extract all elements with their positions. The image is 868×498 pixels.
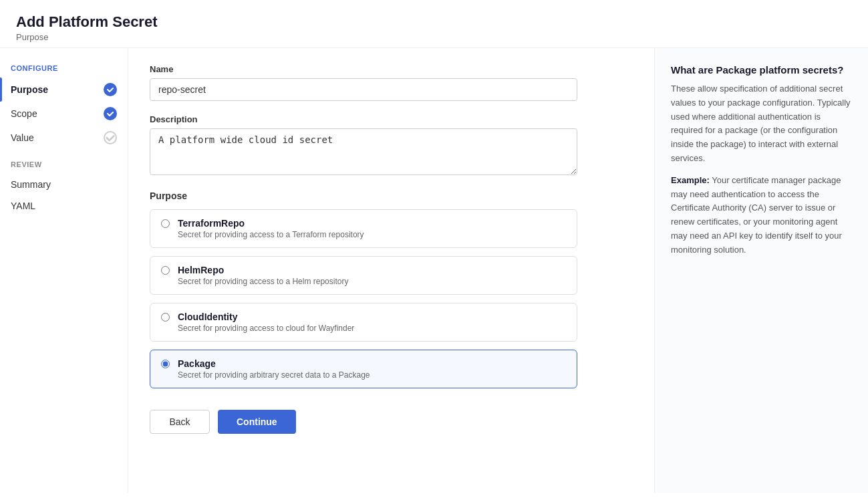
page-subtitle: Purpose — [16, 32, 852, 42]
purpose-check-icon — [104, 83, 117, 96]
package-desc: Secret for providing arbitrary secret da… — [178, 370, 370, 380]
right-panel: What are Package platform secrets? These… — [654, 48, 868, 493]
example-text: Your certificate manager package may nee… — [671, 175, 842, 255]
purpose-options: TerraformRepo Secret for providing acces… — [150, 209, 577, 388]
configure-section-label: CONFIGURE — [0, 64, 128, 78]
sidebar-item-summary-label: Summary — [11, 179, 51, 190]
example-label: Example: — [671, 175, 710, 185]
value-check-icon — [104, 131, 117, 144]
description-label: Description — [150, 114, 633, 124]
package-radio[interactable] — [161, 360, 170, 368]
back-button[interactable]: Back — [150, 410, 210, 434]
main-content: Name Description A platform wide cloud i… — [128, 48, 654, 493]
purpose-option-cloud-identity[interactable]: CloudIdentity Secret for providing acces… — [150, 303, 577, 342]
package-title: Package — [178, 358, 370, 369]
cloud-identity-title: CloudIdentity — [178, 312, 354, 322]
cloud-identity-radio[interactable] — [161, 313, 170, 322]
terraform-repo-text: TerraformRepo Secret for providing acces… — [178, 218, 364, 239]
main-layout: CONFIGURE Purpose Scope Value — [0, 48, 868, 493]
purpose-option-package[interactable]: Package Secret for providing arbitrary s… — [150, 350, 577, 388]
helm-repo-text: HelmRepo Secret for providing access to … — [178, 265, 348, 286]
helm-repo-radio[interactable] — [161, 266, 170, 275]
terraform-repo-title: TerraformRepo — [178, 218, 364, 229]
purpose-section-label: Purpose — [150, 191, 633, 201]
cloud-identity-text: CloudIdentity Secret for providing acces… — [178, 312, 354, 333]
purpose-field-group: Purpose TerraformRepo Secret for providi… — [150, 191, 633, 388]
description-input[interactable]: A platform wide cloud id secret — [150, 128, 577, 175]
description-field-group: Description A platform wide cloud id sec… — [150, 114, 633, 177]
sidebar-item-purpose-label: Purpose — [11, 84, 48, 95]
sidebar-item-scope-label: Scope — [11, 108, 37, 119]
purpose-option-helm-repo[interactable]: HelmRepo Secret for providing access to … — [150, 256, 577, 295]
right-panel-example: Example: Your certificate manager packag… — [671, 174, 852, 257]
scope-check-icon — [104, 107, 117, 120]
package-text: Package Secret for providing arbitrary s… — [178, 358, 370, 380]
name-label: Name — [150, 64, 633, 74]
terraform-repo-desc: Secret for providing access to a Terrafo… — [178, 230, 364, 239]
right-panel-title: What are Package platform secrets? — [671, 64, 852, 76]
terraform-repo-radio[interactable] — [161, 219, 170, 228]
cloud-identity-desc: Secret for providing access to cloud for… — [178, 324, 354, 333]
continue-button[interactable]: Continue — [218, 410, 296, 434]
purpose-option-terraform-repo[interactable]: TerraformRepo Secret for providing acces… — [150, 209, 577, 248]
sidebar-item-yaml-label: YAML — [11, 201, 35, 211]
sidebar-item-purpose[interactable]: Purpose — [0, 78, 128, 102]
sidebar-item-value-label: Value — [11, 132, 34, 143]
page-header: Add Platform Secret Purpose — [0, 0, 868, 48]
sidebar-item-summary[interactable]: Summary — [0, 174, 128, 195]
sidebar-item-yaml[interactable]: YAML — [0, 195, 128, 217]
name-field-group: Name — [150, 64, 633, 101]
sidebar-item-value[interactable]: Value — [0, 126, 128, 150]
helm-repo-desc: Secret for providing access to a Helm re… — [178, 277, 348, 286]
right-panel-body: These allow specification of additional … — [671, 82, 852, 166]
buttons-row: Back Continue — [150, 410, 577, 434]
helm-repo-title: HelmRepo — [178, 265, 348, 275]
name-input[interactable] — [150, 78, 577, 101]
sidebar: CONFIGURE Purpose Scope Value — [0, 48, 128, 493]
page-title: Add Platform Secret — [16, 13, 852, 31]
sidebar-item-scope[interactable]: Scope — [0, 102, 128, 126]
review-section-label: REVIEW — [0, 150, 128, 174]
